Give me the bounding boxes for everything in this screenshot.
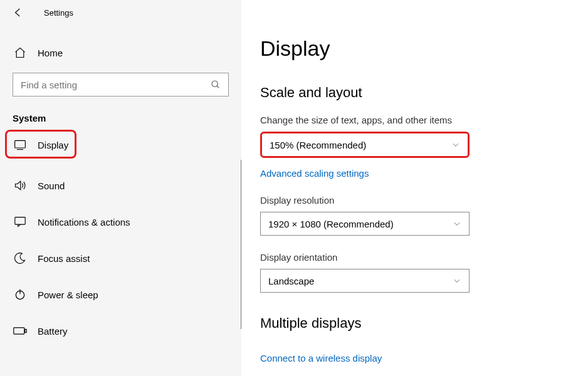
sidebar-section-header: System — [13, 113, 241, 123]
svg-rect-4 — [14, 328, 24, 334]
sidebar-item-label: Power & sleep — [38, 290, 98, 300]
sidebar-home[interactable]: Home — [0, 39, 241, 66]
svg-rect-2 — [15, 217, 25, 224]
scale-label: Change the size of text, apps, and other… — [260, 115, 588, 125]
search-icon — [211, 80, 221, 90]
sidebar-item-battery[interactable]: Battery — [0, 313, 241, 349]
battery-icon — [13, 326, 28, 335]
resolution-label: Display resolution — [260, 195, 588, 206]
back-button[interactable] — [11, 6, 25, 19]
svg-rect-5 — [25, 329, 27, 332]
home-label: Home — [38, 48, 63, 58]
sidebar: Settings Home System Display Sound Notif… — [0, 0, 241, 376]
svg-point-0 — [212, 81, 218, 86]
notifications-icon — [13, 216, 28, 227]
sound-icon — [13, 179, 28, 192]
connect-wireless-link[interactable]: Connect to a wireless display — [260, 353, 588, 363]
page-title: Display — [260, 36, 588, 61]
chevron-down-icon — [453, 219, 461, 228]
scale-dropdown[interactable]: 150% (Recommended) — [260, 132, 470, 158]
sidebar-item-sound[interactable]: Sound — [0, 167, 241, 204]
resolution-value: 1920 × 1080 (Recommended) — [268, 219, 394, 229]
orientation-label: Display orientation — [260, 252, 588, 263]
sidebar-item-display[interactable]: Display — [0, 132, 241, 157]
scale-value: 150% (Recommended) — [270, 140, 366, 150]
main-content: Display Scale and layout Change the size… — [241, 0, 588, 376]
section-scale-layout: Scale and layout — [260, 85, 588, 101]
svg-rect-1 — [15, 140, 26, 148]
sidebar-item-notifications[interactable]: Notifications & actions — [0, 204, 241, 240]
sidebar-item-label: Sound — [38, 180, 65, 191]
orientation-value: Landscape — [268, 276, 314, 286]
section-multiple-displays: Multiple displays — [260, 315, 588, 332]
sidebar-item-label: Focus assist — [38, 253, 90, 264]
titlebar: Settings — [0, 0, 241, 25]
sidebar-item-label: Notifications & actions — [38, 217, 130, 227]
power-icon — [13, 288, 28, 301]
search-input[interactable] — [13, 80, 228, 90]
resolution-dropdown[interactable]: 1920 × 1080 (Recommended) — [260, 212, 470, 236]
window-title: Settings — [44, 8, 73, 18]
arrow-left-icon — [13, 7, 24, 18]
chevron-down-icon — [451, 140, 460, 149]
search-box[interactable] — [13, 73, 229, 97]
sidebar-item-label: Battery — [38, 326, 68, 337]
home-icon — [13, 46, 28, 59]
orientation-dropdown[interactable]: Landscape — [260, 269, 470, 293]
display-icon — [13, 139, 28, 150]
chevron-down-icon — [453, 276, 461, 285]
sidebar-item-power-sleep[interactable]: Power & sleep — [0, 276, 241, 313]
moon-icon — [13, 252, 28, 264]
sidebar-item-focus-assist[interactable]: Focus assist — [0, 240, 241, 276]
sidebar-item-label: Display — [38, 140, 68, 150]
vertical-divider — [241, 160, 241, 329]
advanced-scaling-link[interactable]: Advanced scaling settings — [260, 168, 588, 179]
